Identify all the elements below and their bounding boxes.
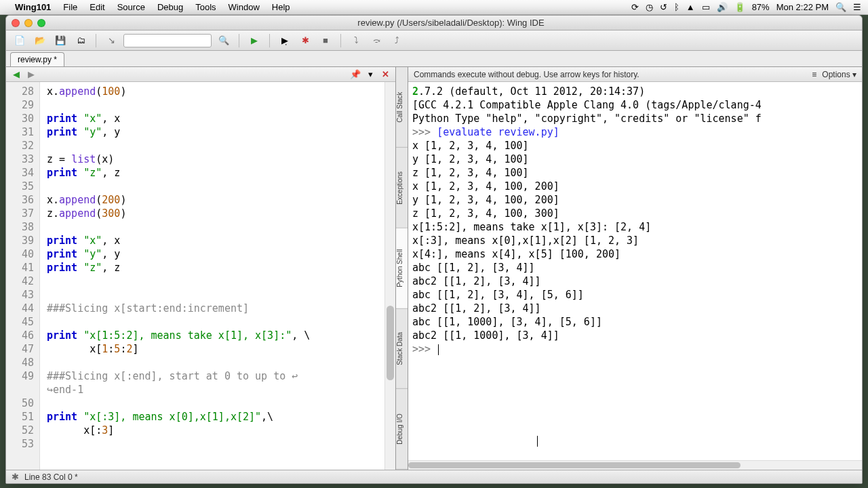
code-line[interactable] [47, 139, 395, 152]
shell-hscroll-thumb[interactable] [408, 462, 741, 468]
run-button[interactable]: ▶ [246, 33, 262, 48]
vtab-debug-i/o[interactable]: Debug I/O [396, 389, 408, 470]
shell-line[interactable]: abc2 [[1, 1000], [3, 4]] [412, 329, 858, 342]
shell-line[interactable]: x[4:], means x[4], x[5] [100, 200] [412, 247, 858, 261]
code-line[interactable]: print "y", y [47, 125, 395, 139]
file-tab-review[interactable]: review.py * [10, 52, 64, 66]
stop-button[interactable]: ■ [317, 33, 334, 48]
vtab-python-shell[interactable]: Python Shell [396, 228, 408, 309]
menu-file[interactable]: File [63, 2, 77, 12]
code-line[interactable]: x.append(100) [47, 85, 395, 98]
editor-scroll-thumb[interactable] [387, 306, 394, 380]
menu-source[interactable]: Source [117, 2, 145, 12]
shell-line[interactable]: Python Type "help", "copyright", "credit… [412, 112, 858, 125]
menu-tools[interactable]: Tools [195, 2, 216, 12]
search-button[interactable]: 🔍 [216, 33, 232, 48]
zoom-window-button[interactable] [37, 19, 45, 27]
code-line[interactable]: print "x[1:5:2], means take x[1], x[3]:"… [47, 329, 395, 342]
debug-file-button[interactable]: ▶̣ [277, 33, 293, 48]
code-line[interactable]: print "z", z [47, 261, 395, 274]
options-button[interactable]: Options ▾ [822, 70, 856, 79]
code-line[interactable]: print "x", x [47, 112, 395, 125]
shell-line[interactable]: 2.7.2 (default, Oct 11 2012, 20:14:37) [412, 85, 858, 98]
code-line[interactable] [47, 180, 395, 193]
battery-icon[interactable]: 🔋 [734, 2, 745, 12]
shell-line[interactable]: z [1, 2, 3, 4, 100] [412, 166, 858, 180]
nav-forward-button[interactable]: ▶ [25, 69, 37, 80]
shell-line[interactable]: abc2 [[1, 2], [3, 4]] [412, 302, 858, 315]
shell-line[interactable]: x[1:5:2], means take x[1], x[3]: [2, 4] [412, 220, 858, 234]
chevron-down-icon[interactable]: ▾ [364, 69, 376, 80]
app-name[interactable]: Wing101 [15, 2, 51, 12]
menu-help[interactable]: Help [272, 2, 290, 12]
code-line[interactable]: ###Slicing x[:end], start at 0 to up to … [47, 369, 395, 383]
shell-line[interactable]: abc [[1, 2], [3, 4], [5, 6]] [412, 288, 858, 302]
history-icon[interactable]: ↺ [660, 2, 667, 12]
shell-hscrollbar[interactable] [408, 460, 862, 470]
display-icon[interactable]: ▭ [702, 2, 710, 12]
code-line[interactable] [47, 315, 395, 329]
vtab-stack-data[interactable]: Stack Data [396, 308, 408, 389]
shell-line[interactable]: y [1, 2, 3, 4, 100, 200] [412, 193, 858, 207]
close-window-button[interactable] [12, 19, 20, 27]
menu-window[interactable]: Window [229, 2, 260, 12]
code-line[interactable]: x[1:5:2] [47, 342, 395, 356]
shell-line[interactable]: >>> [412, 342, 858, 356]
shell-line[interactable]: abc [[1, 2], [3, 4]] [412, 261, 858, 274]
debug-bug-button[interactable]: ✱ [297, 33, 313, 48]
spotlight-icon[interactable]: 🔍 [835, 2, 846, 12]
shell-line[interactable]: y [1, 2, 3, 4, 100] [412, 152, 858, 166]
editor-scrollbar[interactable] [384, 82, 395, 470]
code-line[interactable] [47, 396, 395, 410]
menu-extras-icon[interactable]: ☰ [853, 2, 861, 12]
step-into-button[interactable]: ⤵ [348, 33, 364, 48]
menu-debug[interactable]: Debug [157, 2, 183, 12]
code-line[interactable]: ↪end-1 [47, 383, 395, 396]
shell-line[interactable]: abc2 [[1, 2], [3, 4]] [412, 274, 858, 288]
volume-icon[interactable]: 🔊 [717, 2, 728, 12]
goto-button[interactable]: ↘ [103, 33, 119, 48]
shell-line[interactable]: z [1, 2, 3, 4, 100, 300] [412, 207, 858, 220]
shell-line[interactable]: abc [[1, 1000], [3, 4], [5, 6]] [412, 315, 858, 329]
code-line[interactable]: ###Slicing x[start:end:increment] [47, 302, 395, 315]
code-line[interactable]: print "z", z [47, 166, 395, 180]
open-file-button[interactable]: 📂 [32, 33, 48, 48]
status-bug-icon[interactable]: ✱ [12, 472, 19, 482]
vtab-exceptions[interactable]: Exceptions [396, 148, 408, 228]
save-all-button[interactable]: 🗂 [73, 33, 89, 48]
pin-icon[interactable]: 📌 [349, 69, 361, 80]
code-line[interactable] [47, 437, 395, 451]
vtab-call-stack[interactable]: Call Stack [396, 67, 408, 148]
step-out-button[interactable]: ⤴ [389, 33, 405, 48]
code-line[interactable]: z = list(x) [47, 152, 395, 166]
shell-line[interactable]: x [1, 2, 3, 4, 100, 200] [412, 180, 858, 193]
minimize-window-button[interactable] [24, 19, 33, 27]
search-input[interactable] [123, 34, 212, 47]
code-line[interactable]: print "x", x [47, 234, 395, 247]
code-line[interactable]: print "y", y [47, 247, 395, 261]
clock[interactable]: Mon 2:22 PM [776, 2, 829, 12]
menu-edit[interactable]: Edit [90, 2, 104, 12]
code-line[interactable] [47, 220, 395, 234]
shell-line[interactable]: x[:3], means x[0],x[1],x[2] [1, 2, 3] [412, 234, 858, 247]
shell-line[interactable]: x [1, 2, 3, 4, 100] [412, 139, 858, 152]
code-line[interactable]: z.append(300) [47, 207, 395, 220]
code-line[interactable]: x[:3] [47, 424, 395, 437]
bluetooth-icon[interactable]: ᛒ [674, 2, 679, 12]
shell-line[interactable]: >>> [evaluate review.py] [412, 125, 858, 139]
python-shell[interactable]: ▼ 2.7.2 (default, Oct 11 2012, 20:14:37)… [408, 82, 862, 470]
shell-line[interactable]: [GCC 4.2.1 Compatible Apple Clang 4.0 (t… [412, 98, 858, 112]
shell-menu-icon[interactable]: ≡ [812, 70, 816, 79]
wifi-icon[interactable]: ▲ [686, 2, 695, 12]
clock-icon[interactable]: ◷ [646, 2, 653, 12]
code-line[interactable] [47, 288, 395, 302]
step-over-button[interactable]: ⤼ [368, 33, 384, 48]
code-line[interactable] [47, 274, 395, 288]
code-line[interactable]: x.append(200) [47, 193, 395, 207]
code-line[interactable]: print "x[:3], means x[0],x[1],x[2]",\ [47, 410, 395, 424]
new-file-button[interactable]: 📄 [12, 33, 28, 48]
code-editor[interactable]: 2829303132333435363738394041424344454647… [6, 82, 395, 470]
nav-back-button[interactable]: ◀ [10, 69, 22, 80]
sync-icon[interactable]: ⟳ [631, 2, 639, 12]
code-line[interactable] [47, 98, 395, 112]
